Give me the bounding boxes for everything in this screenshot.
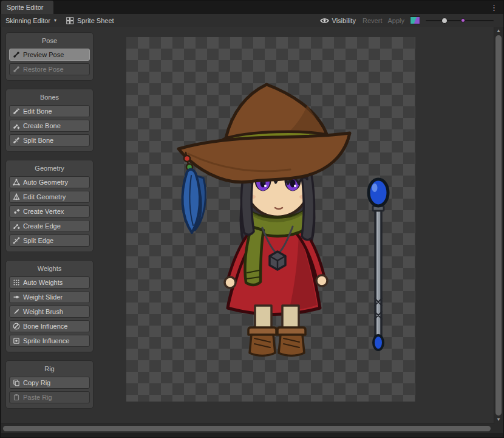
canvas-area[interactable]: Pose Preview Pose Restore Pose Bones Edi… [1, 27, 494, 424]
edit-bone-icon [13, 108, 20, 115]
toolbar-right: Visibility Revert Apply [319, 16, 503, 25]
paste-rig-button[interactable]: Paste Rig [9, 391, 90, 403]
panel-bones: Bones Edit Bone Create Bone Split Bone [5, 89, 94, 152]
sprite-sheet-icon [66, 17, 74, 24]
tab-label: Sprite Editor [7, 4, 44, 11]
split-bone-button[interactable]: Split Bone [9, 134, 90, 146]
weight-brush-icon [13, 308, 20, 315]
restore-pose-button[interactable]: Restore Pose [9, 63, 90, 75]
create-edge-icon [13, 222, 20, 230]
tab-sprite-editor[interactable]: Sprite Editor [1, 1, 53, 14]
weight-slider-button[interactable]: Weight Slider [9, 291, 90, 303]
bone-influence-button[interactable]: Bone Influence [9, 320, 90, 332]
create-bone-icon [13, 122, 20, 129]
slider-thumb-purple[interactable] [461, 18, 465, 22]
weight-slider-icon [13, 293, 20, 301]
auto-weights-icon [13, 279, 20, 286]
vertical-scroll-thumb[interactable] [495, 35, 502, 416]
tool-panel: Pose Preview Pose Restore Pose Bones Edi… [5, 32, 94, 409]
edit-geometry-button[interactable]: Edit Geometry [9, 191, 90, 203]
sprite-editor-window: Sprite Editor ⋮ Skinning Editor ▾ Sprite… [0, 0, 504, 438]
staff-sprite [369, 179, 388, 350]
scrollbar-corner [494, 424, 503, 433]
toolbar: Skinning Editor ▾ Sprite Sheet Visibilit… [1, 14, 503, 27]
panel-weights-title: Weights [9, 264, 90, 274]
copy-rig-icon [13, 379, 20, 386]
sprite-canvas[interactable] [126, 37, 415, 402]
split-edge-icon [13, 237, 20, 244]
skinning-editor-dropdown[interactable]: Skinning Editor ▾ [1, 14, 61, 27]
eye-icon [320, 18, 329, 24]
witch-character [179, 84, 350, 356]
panel-rig: Rig Copy Rig Paste Rig [5, 360, 94, 409]
preview-pose-button[interactable]: Preview Pose [9, 49, 90, 61]
scroll-up-icon[interactable]: ▲ [494, 27, 503, 35]
character-sprite[interactable] [126, 37, 415, 402]
split-bone-icon [13, 137, 20, 144]
kebab-menu-icon[interactable]: ⋮ [488, 1, 500, 14]
revert-button[interactable]: Revert [363, 17, 382, 24]
weight-brush-button[interactable]: Weight Brush [9, 306, 90, 318]
create-vertex-icon [13, 208, 20, 215]
horizontal-scroll-thumb[interactable] [3, 426, 491, 431]
auto-weights-button[interactable]: Auto Weights [9, 276, 90, 289]
panel-geometry: Geometry Auto Geometry Edit Geometry Cre… [5, 160, 94, 252]
auto-geometry-button[interactable]: Auto Geometry [9, 176, 90, 188]
apply-button[interactable]: Apply [387, 17, 404, 24]
create-bone-button[interactable]: Create Bone [9, 120, 90, 132]
edit-bone-button[interactable]: Edit Bone [9, 105, 90, 117]
panel-weights: Weights Auto Weights Weight Slider Weigh… [5, 260, 94, 352]
scroll-down-icon[interactable]: ▼ [494, 416, 503, 423]
chevron-down-icon: ▾ [54, 18, 56, 23]
restore-pose-icon [13, 66, 20, 73]
slider-thumb[interactable] [441, 18, 448, 24]
panel-geometry-title: Geometry [9, 163, 90, 174]
visibility-button[interactable]: Visibility [319, 17, 358, 24]
bone-influence-icon [13, 323, 20, 330]
create-edge-button[interactable]: Create Edge [9, 220, 90, 232]
visibility-opacity-slider[interactable] [426, 16, 494, 25]
horizontal-scrollbar[interactable] [1, 423, 494, 433]
edit-geometry-icon [13, 193, 20, 200]
panel-rig-title: Rig [9, 364, 90, 374]
sprite-influence-button[interactable]: Sprite Influence [9, 335, 90, 347]
create-vertex-button[interactable]: Create Vertex [9, 205, 90, 217]
panel-pose: Pose Preview Pose Restore Pose [5, 32, 94, 81]
sprite-influence-icon [13, 337, 20, 344]
slider-track[interactable] [426, 20, 494, 21]
tab-bar: Sprite Editor ⋮ [1, 1, 503, 14]
auto-geometry-icon [13, 179, 20, 186]
split-edge-button[interactable]: Split Edge [9, 234, 90, 247]
panel-bones-title: Bones [9, 92, 90, 103]
sprite-sheet-button[interactable]: Sprite Sheet [61, 14, 119, 27]
copy-rig-button[interactable]: Copy Rig [9, 377, 90, 389]
bone-color-swatch[interactable] [410, 16, 420, 24]
preview-pose-icon [13, 51, 20, 58]
panel-pose-title: Pose [9, 36, 90, 46]
paste-rig-icon [13, 394, 20, 401]
vertical-scrollbar[interactable]: ▲ ▼ [494, 27, 503, 424]
